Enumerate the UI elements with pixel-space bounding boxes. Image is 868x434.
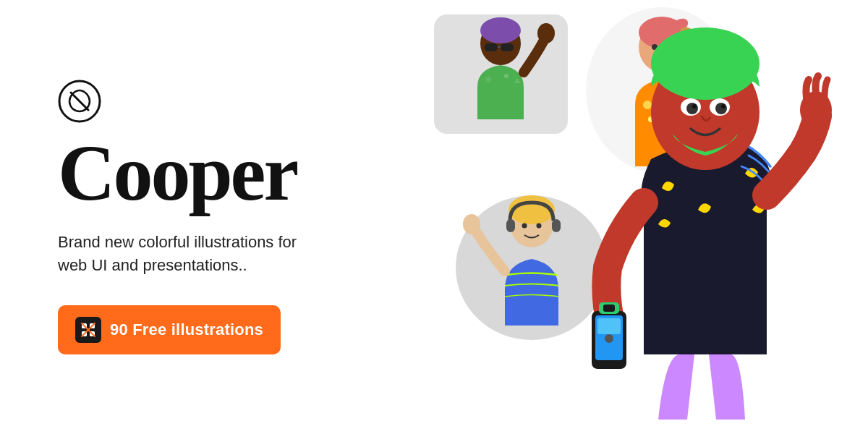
svg-point-59 [790, 381, 816, 407]
cta-label: 90 Free illustrations [110, 320, 263, 339]
brand-description: Brand new colorful illustrations for web… [58, 231, 304, 277]
svg-point-36 [522, 224, 527, 229]
svg-rect-12 [501, 43, 514, 51]
svg-point-55 [692, 104, 697, 109]
svg-point-10 [480, 17, 521, 43]
svg-point-60 [820, 400, 837, 417]
svg-point-35 [509, 195, 555, 224]
right-section [362, 0, 868, 434]
page: Cooper Brand new colorful illustrations … [0, 0, 868, 434]
svg-point-15 [504, 74, 509, 78]
illustration-container [412, 0, 868, 434]
brand-title: Cooper [58, 137, 318, 209]
svg-point-58 [821, 373, 864, 401]
svg-point-26 [643, 101, 652, 109]
svg-point-56 [721, 104, 726, 109]
svg-rect-45 [597, 318, 621, 334]
svg-rect-39 [552, 219, 561, 232]
svg-line-1 [71, 93, 88, 110]
cta-button[interactable]: 90 Free illustrations [58, 305, 281, 354]
svg-point-37 [537, 224, 542, 229]
svg-point-53 [686, 103, 698, 114]
svg-rect-48 [603, 305, 615, 312]
left-section: Cooper Brand new colorful illustrations … [0, 36, 362, 399]
logo-icon [58, 80, 101, 123]
svg-point-14 [485, 77, 491, 82]
svg-point-17 [537, 23, 555, 43]
illustrations-grid-icon [75, 317, 101, 343]
svg-rect-38 [506, 219, 515, 232]
svg-rect-11 [485, 43, 498, 51]
svg-point-54 [715, 103, 727, 114]
svg-point-46 [605, 334, 613, 343]
svg-point-40 [463, 214, 480, 234]
